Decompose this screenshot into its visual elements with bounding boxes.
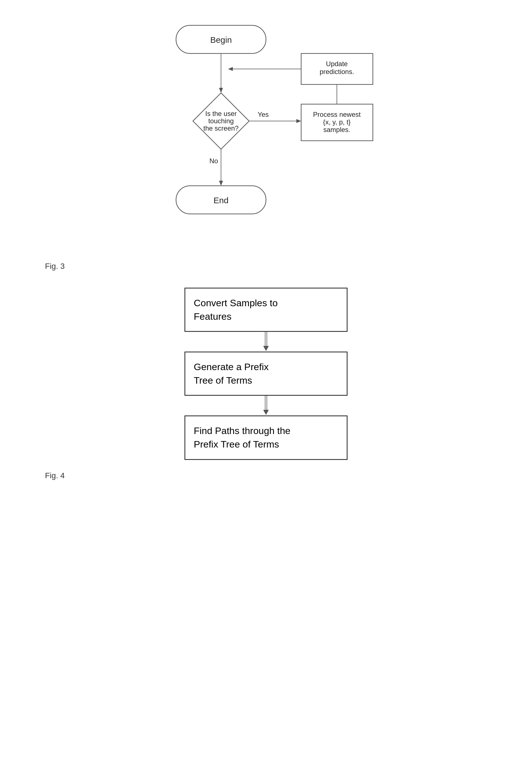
- convert-samples-box: Convert Samples to Features: [184, 288, 348, 332]
- no-label: No: [209, 157, 218, 165]
- process-newest-line2: {x, y, p, t}: [323, 118, 351, 126]
- svg-marker-17: [263, 346, 269, 351]
- svg-marker-11: [228, 67, 233, 71]
- generate-prefix-box: Generate a Prefix Tree of Terms: [184, 352, 348, 396]
- yes-label: Yes: [258, 111, 269, 118]
- update-line1: Update: [326, 60, 348, 67]
- convert-samples-text: Convert Samples to Features: [194, 298, 278, 322]
- figure-4-diagram: Convert Samples to Features Generate a P…: [168, 288, 364, 460]
- fig4-label: Fig. 4: [22, 471, 510, 480]
- process-newest-line1: Process newest: [313, 111, 361, 118]
- svg-marker-5: [296, 119, 301, 123]
- process-newest-line3: samples.: [323, 126, 350, 133]
- figure-4-container: Convert Samples to Features Generate a P…: [22, 288, 510, 480]
- diamond-line3: the screen?: [203, 124, 238, 132]
- begin-label: Begin: [210, 35, 232, 44]
- find-paths-box: Find Paths through the Prefix Tree of Te…: [184, 415, 348, 460]
- fig3-label: Fig. 3: [22, 262, 510, 271]
- generate-prefix-text: Generate a Prefix Tree of Terms: [194, 361, 269, 386]
- svg-marker-13: [219, 181, 223, 186]
- figure-3-diagram: Begin Is the user touching the screen? Y…: [139, 17, 393, 259]
- update-line2: predictions.: [320, 68, 354, 75]
- arrow-1: [255, 332, 277, 352]
- arrow-2: [255, 396, 277, 415]
- svg-marker-20: [263, 410, 269, 415]
- end-label: End: [213, 196, 228, 205]
- svg-marker-2: [219, 88, 223, 93]
- find-paths-text: Find Paths through the Prefix Tree of Te…: [194, 425, 290, 449]
- page: Begin Is the user touching the screen? Y…: [0, 0, 532, 767]
- diamond-line2: touching: [208, 117, 234, 125]
- diamond-line1: Is the user: [205, 110, 237, 117]
- figure-3-container: Begin Is the user touching the screen? Y…: [22, 17, 510, 271]
